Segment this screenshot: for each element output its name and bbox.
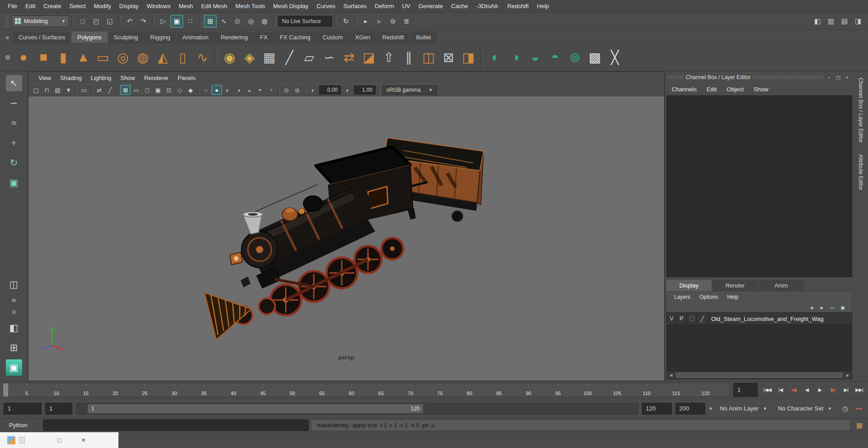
film-gate-icon[interactable]: ▭: [131, 85, 142, 95]
auto-keyframe-icon[interactable]: ⊶: [853, 403, 864, 415]
rotate-tool-icon[interactable]: ↻: [6, 155, 22, 171]
timeline-ruler[interactable]: 1510152025303540455055606570758085909510…: [3, 383, 730, 397]
boolean-intersection-icon[interactable]: ◒: [525, 47, 545, 68]
toolbar-drag-handle[interactable]: [5, 15, 9, 27]
multi-cut-icon[interactable]: ╱: [279, 47, 299, 68]
mirror-cut-icon[interactable]: ◫: [419, 47, 439, 68]
layer-row[interactable]: V P ╱ Old_Steam_Locomotive_and_Freight_W…: [667, 313, 852, 325]
smooth-shade-icon[interactable]: ●: [212, 85, 222, 95]
select-by-hierarchy-icon[interactable]: ▷: [157, 15, 170, 28]
bridge-icon[interactable]: ∥: [399, 47, 419, 68]
retopologize-icon[interactable]: ⊚: [565, 47, 585, 68]
viewport-menu-renderer[interactable]: Renderer: [140, 72, 173, 84]
extrude-icon[interactable]: ⇧: [379, 47, 399, 68]
lasso-select-tool-icon[interactable]: ∽: [6, 95, 22, 111]
menu-windows[interactable]: Windows: [142, 0, 175, 12]
shadows-icon[interactable]: ◒: [244, 85, 255, 95]
background-app-icon[interactable]: [7, 436, 15, 444]
menu-set-selector[interactable]: Modeling ▼: [11, 15, 69, 27]
quick-layout-button-2[interactable]: ⊟: [9, 308, 19, 316]
bookmarks-icon[interactable]: ▼: [63, 85, 74, 95]
shelf-tab-fx-caching[interactable]: FX Caching: [274, 32, 316, 43]
command-input[interactable]: [43, 420, 309, 431]
layout-outliner-persp-icon[interactable]: ◧: [6, 320, 22, 336]
toggle-channel-box-icon[interactable]: ◨: [852, 15, 864, 28]
grid-toggle-icon[interactable]: ⊞: [120, 85, 131, 95]
poly-torus-icon[interactable]: ◎: [113, 47, 133, 68]
shelf-tab-sculpting[interactable]: Sculpting: [108, 32, 144, 43]
create-empty-layer-icon[interactable]: ▭: [829, 304, 836, 311]
view-transform-dropdown[interactable]: sRGB gamma▼: [382, 85, 437, 94]
image-plane-icon[interactable]: ▭: [79, 85, 89, 95]
gate-mask-icon[interactable]: ▣: [153, 85, 163, 95]
layer-editor-tab-anim[interactable]: Anim: [759, 280, 804, 291]
snap-to-curve-icon[interactable]: ∿: [217, 15, 230, 28]
select-by-object-icon[interactable]: ▣: [170, 15, 183, 28]
shelf-tab-custom[interactable]: Custom: [317, 32, 349, 43]
shelf-tab-polygons[interactable]: Polygons: [71, 32, 107, 43]
isolate-view-icon[interactable]: ⊙: [281, 85, 292, 95]
mirror-geometry-icon[interactable]: ⇄: [339, 47, 359, 68]
shelf-tab-rigging[interactable]: Rigging: [144, 32, 176, 43]
channel-box-menu-channels[interactable]: Channels: [667, 84, 702, 95]
smooth-mesh-icon[interactable]: ◉: [220, 47, 240, 68]
animation-end-field[interactable]: 200: [675, 403, 705, 415]
camera-lock-icon[interactable]: ⊓: [42, 85, 52, 95]
playback-end-field[interactable]: 120: [642, 403, 672, 415]
use-all-lights-icon[interactable]: ◑: [233, 85, 244, 95]
menu-curves[interactable]: Curves: [312, 0, 339, 12]
poly-cone-icon[interactable]: ▲: [73, 47, 93, 68]
menu-deform[interactable]: Deform: [371, 0, 398, 12]
layer-editor-tab-render[interactable]: Render: [712, 280, 758, 291]
new-scene-icon[interactable]: □: [76, 15, 89, 28]
snap-to-projected-center-icon[interactable]: ◎: [245, 15, 257, 28]
create-curve-icon[interactable]: ∽: [319, 47, 339, 68]
poly-disc-icon[interactable]: ◍: [133, 47, 153, 68]
display-layers-icon[interactable]: ≣: [400, 15, 413, 28]
current-frame-field[interactable]: 1: [733, 383, 758, 397]
menu-display[interactable]: Display: [115, 0, 143, 12]
poly-pipe-icon[interactable]: ▯: [173, 47, 193, 68]
menu-edit-mesh[interactable]: Edit Mesh: [197, 0, 231, 12]
safe-action-icon[interactable]: ◇: [175, 85, 185, 95]
viewport-menu-show[interactable]: Show: [116, 72, 140, 84]
play-backwards-button[interactable]: ◀: [801, 383, 813, 397]
ambient-occlusion-icon[interactable]: ◓: [255, 85, 265, 95]
menu-redshift[interactable]: Redshift: [503, 0, 533, 12]
poly-cylinder-icon[interactable]: ▮: [53, 47, 73, 68]
menu-help[interactable]: Help: [533, 0, 553, 12]
quad-draw-icon[interactable]: ▱: [299, 47, 319, 68]
shelf-tab-fx[interactable]: FX: [254, 32, 274, 43]
layer-display-type-toggle[interactable]: [687, 313, 697, 325]
scroll-left-icon[interactable]: ◀: [667, 372, 675, 379]
exposure-field[interactable]: 0.00: [319, 85, 341, 94]
go-to-start-button[interactable]: |◀◀: [761, 383, 774, 397]
layer-menu-options[interactable]: Options: [695, 294, 722, 300]
panel-float-icon[interactable]: ◳: [835, 74, 842, 81]
remesh-icon[interactable]: ◓: [545, 47, 565, 68]
viewport-menu-lighting[interactable]: Lighting: [86, 72, 116, 84]
viewport-menu-panels[interactable]: Panels: [173, 72, 200, 84]
2d-pan-zoom-icon[interactable]: ⇄: [94, 85, 104, 95]
layout-single-persp-icon[interactable]: ▣: [6, 359, 22, 376]
panel-close-icon[interactable]: ×: [844, 74, 851, 81]
scroll-right-icon[interactable]: ▶: [844, 372, 852, 379]
snap-to-view-plane-icon[interactable]: ◍: [258, 15, 271, 28]
resolution-gate-icon[interactable]: ◻: [142, 85, 152, 95]
gamma-field[interactable]: 1.00: [354, 85, 376, 94]
boolean-difference-icon[interactable]: ◑: [505, 47, 525, 68]
boolean-union-icon[interactable]: ◐: [486, 47, 505, 68]
construction-history-icon[interactable]: ↻: [340, 15, 352, 28]
layout-four-view-icon[interactable]: ⊞: [6, 340, 22, 356]
layer-menu-help[interactable]: Help: [722, 294, 743, 300]
snap-to-point-icon[interactable]: ⊙: [231, 15, 244, 28]
move-tool-icon[interactable]: +: [6, 135, 22, 151]
menu-edit[interactable]: Edit: [21, 0, 39, 12]
paint-select-tool-icon[interactable]: ≈: [6, 115, 22, 131]
combine-icon[interactable]: ◨: [458, 47, 478, 68]
menu-modify[interactable]: Modify: [90, 0, 115, 12]
redo-icon[interactable]: ↷: [137, 15, 150, 28]
bevel-icon[interactable]: ◪: [359, 47, 379, 68]
live-surface-field[interactable]: No Live Surface: [278, 16, 332, 27]
viewport-canvas[interactable]: y x persp: [28, 96, 664, 381]
